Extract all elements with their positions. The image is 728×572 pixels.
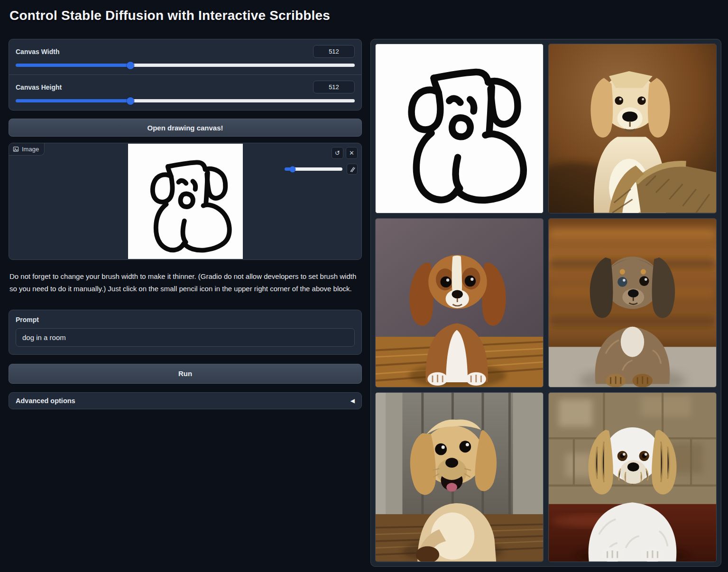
- canvas-height-label: Canvas Height: [16, 83, 62, 91]
- brush-width-note: Do not forget to change your brush width…: [9, 270, 361, 295]
- controls-column: Canvas Width Canvas Height Open drawing …: [9, 39, 362, 567]
- canvas-width-slider-handle[interactable]: [127, 62, 134, 69]
- scribble-canvas[interactable]: [128, 144, 243, 259]
- clear-image-button[interactable]: ✕: [346, 147, 358, 159]
- gallery-image-2[interactable]: [375, 218, 544, 388]
- prompt-panel: Prompt: [9, 310, 362, 355]
- canvas-width-input[interactable]: [313, 45, 355, 58]
- advanced-options-label: Advanced options: [16, 397, 75, 405]
- brush-width-button[interactable]: [347, 164, 358, 175]
- gallery-image-5[interactable]: [548, 392, 717, 562]
- generated-dog-2: [376, 219, 543, 387]
- close-icon: ✕: [349, 150, 354, 156]
- generated-dog-5: [549, 393, 716, 562]
- canvas-height-row: Canvas Height: [9, 74, 361, 110]
- image-icon: [13, 146, 19, 152]
- pencil-icon: [350, 166, 355, 172]
- result-gallery: [370, 39, 721, 567]
- chevron-left-icon: ◀: [350, 397, 355, 404]
- gallery-image-3[interactable]: [548, 218, 717, 388]
- undo-icon: ↺: [335, 150, 340, 156]
- gallery-image-4[interactable]: [375, 392, 544, 562]
- main-columns: Canvas Width Canvas Height Open drawing …: [0, 39, 728, 567]
- advanced-options-accordion[interactable]: Advanced options ◀: [9, 392, 362, 409]
- undo-button[interactable]: ↺: [332, 147, 343, 159]
- results-column: [370, 39, 721, 567]
- brush-size-slider[interactable]: [285, 167, 342, 171]
- open-drawing-canvas-button[interactable]: Open drawing canvas!: [9, 119, 362, 137]
- dog-scribble-result: [376, 44, 543, 213]
- canvas-height-input[interactable]: [313, 81, 355, 93]
- brush-size-slider-handle[interactable]: [290, 166, 296, 172]
- gallery-image-1[interactable]: [548, 44, 717, 213]
- image-block-tab: Image: [9, 143, 45, 156]
- image-block-label: Image: [22, 146, 39, 153]
- page-title: Control Stable Diffusion with Interactiv…: [9, 8, 330, 23]
- canvas-width-slider[interactable]: [16, 64, 355, 67]
- gallery-image-scribble[interactable]: [375, 44, 544, 213]
- image-editor-block: Image: [9, 143, 362, 260]
- canvas-width-row: Canvas Width: [9, 39, 361, 74]
- page-header: Control Stable Diffusion with Interactiv…: [0, 0, 728, 31]
- canvas-height-slider[interactable]: [16, 99, 355, 102]
- dog-scribble-drawing: [128, 144, 243, 258]
- prompt-input[interactable]: [16, 328, 355, 347]
- canvas-width-label: Canvas Width: [16, 48, 59, 55]
- generated-dog-4: [376, 393, 543, 562]
- prompt-label: Prompt: [16, 316, 355, 323]
- brush-size-row: [285, 164, 358, 175]
- canvas-height-slider-handle[interactable]: [127, 97, 134, 105]
- generated-dog-3: [549, 219, 716, 387]
- run-button[interactable]: Run: [9, 364, 362, 384]
- generated-dog-1: [549, 44, 716, 213]
- canvas-size-panel: Canvas Width Canvas Height: [9, 39, 362, 111]
